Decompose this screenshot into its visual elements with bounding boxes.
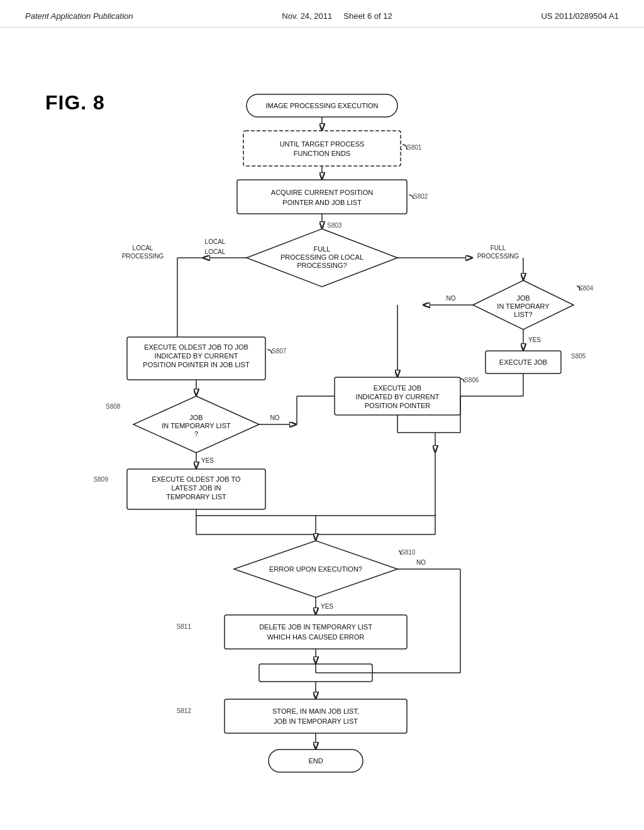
s803-line2: PROCESSING OR LOCAL [280,253,364,261]
s807-line1: EXECUTE OLDEST JOB TO JOB [144,343,248,351]
patent-number: US 2011/0289504 A1 [541,11,619,21]
start-label: IMAGE PROCESSING EXECUTION [265,102,378,109]
s805-text: EXECUTE JOB [499,358,547,366]
end-label: END [308,757,323,765]
s810-no-label: NO [416,559,426,566]
s804-yes-label: YES [528,336,541,343]
s810-bracket [399,551,401,555]
s812-line1: STORE, IN MAIN JOB LIST, [272,707,359,715]
s801-line2: FUNCTION ENDS [294,150,350,157]
s811-node [225,615,407,649]
s806-line2: INDICATED BY CURRENT [356,393,440,401]
s812-node [225,699,407,733]
s811-line2: WHICH HAS CAUSED ERROR [267,633,365,641]
s809-line1: EXECUTE OLDEST JOB TO [152,475,241,483]
s803-local-label2: LOCAL [205,238,226,245]
s804-line2: IN TEMPORARY [497,302,550,310]
publication-label: Patent Application Publication [25,11,133,21]
s806-line1: EXECUTE JOB [374,384,421,392]
s804-line1: JOB [516,294,530,302]
s803-local-text1: LOCAL [133,245,153,252]
s804-label: S804 [579,285,594,292]
s810-text: ERROR UPON EXECUTION? [269,565,362,573]
s802-node [237,180,407,214]
s806-label: S806 [464,377,479,384]
s802-line1: ACQUIRE CURRENT POSITION [271,189,373,196]
s809-line3: TEMPORARY LIST [166,493,226,501]
s801-bracket [402,145,407,150]
s810-label: S810 [401,549,416,556]
s804-line3: LIST? [514,311,532,318]
s802-line2: POINTER AND JOB LIST [282,199,362,206]
s808-yes-label: YES [201,457,214,464]
s807-label: S807 [272,348,287,355]
s805-label: S805 [571,353,586,360]
s801-node [243,131,401,166]
s802-bracket [409,195,413,199]
s803-full-text2: PROCESSING [477,253,519,260]
s808-line3: ? [194,430,198,438]
s807-line3: POSITION POINTER IN JOB LIST [143,361,250,368]
date-sheet: Nov. 24, 2011 Sheet 6 of 12 [282,11,392,21]
s806-line3: POSITION POINTER [365,402,431,409]
s802-label: S802 [413,193,428,200]
flowchart-svg: text { font-family: Arial, sans-serif; f… [45,82,599,811]
s811-line1: DELETE JOB IN TEMPORARY LIST [259,623,372,631]
s803-full-text1: FULL [491,245,506,252]
s809-line2: LATEST JOB IN [171,484,221,492]
page-header: Patent Application Publication Nov. 24, … [0,0,644,28]
s803-label: S803 [327,222,342,229]
s803-local-text2: PROCESSING [122,253,164,260]
s807-line2: INDICATED BY CURRENT [155,352,238,360]
s801-label: S801 [407,144,422,151]
s804-no-label: NO [447,295,456,302]
s808-no-label: NO [270,414,280,421]
s812-label: S812 [177,707,192,714]
s810-yes-label: YES [321,603,333,610]
s801-line1: UNTIL TARGET PROCESS [280,140,365,148]
s808-line2: IN TEMPORARY LIST [162,422,231,429]
flowchart: text { font-family: Arial, sans-serif; f… [45,82,599,811]
s808-line1: JOB [189,414,203,421]
s807-bracket [267,350,272,353]
s811-label: S811 [177,623,192,630]
s803-line3: PROCESSING? [297,262,347,269]
s808-label: S808 [106,403,121,410]
s812-line2: JOB IN TEMPORARY LIST [274,717,358,725]
s809-label: S809 [94,476,109,483]
s803-line1: FULL [314,245,331,253]
s803-local-label: LOCAL [205,248,226,255]
